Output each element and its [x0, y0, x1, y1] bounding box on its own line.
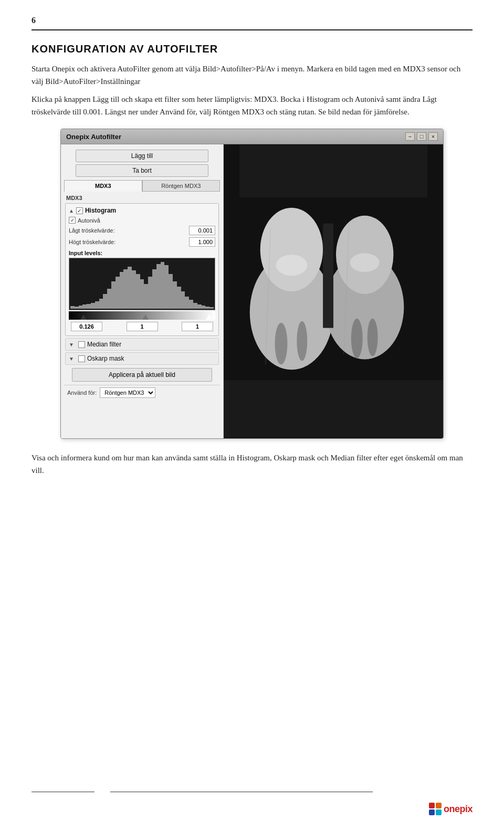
- footnote-lines: [32, 792, 472, 794]
- svg-rect-15: [224, 380, 443, 437]
- oskarp-checkbox[interactable]: [78, 355, 85, 362]
- histogram-group: ▲ Histogram Autonivå Lågt tröskelvärde:: [65, 203, 219, 336]
- autoniva-label: Autonivå: [78, 217, 100, 224]
- left-panel: Lägg till Ta bort MDX3 Röntgen MDX3 MDX3…: [61, 144, 224, 438]
- paragraph-2: Klicka på knappen Lägg till och skapa et…: [32, 93, 472, 118]
- gradient-slider: [69, 311, 215, 320]
- app-titlebar: Onepix Autofilter − □ ×: [61, 129, 443, 144]
- anvand-row: Använd för: Röntgen MDX3: [64, 385, 220, 400]
- xray-svg: [224, 144, 443, 438]
- lagg-till-button[interactable]: Lägg till: [76, 150, 208, 162]
- input-levels-label: Input levels:: [69, 250, 215, 256]
- xray-image-panel: [224, 144, 443, 438]
- tab-rontgen[interactable]: Röntgen MDX3: [142, 180, 220, 192]
- values-row: [69, 321, 215, 332]
- logo-text-post: pix: [459, 804, 472, 814]
- autoniva-checkbox[interactable]: [69, 217, 76, 224]
- logo-sq-blue: [429, 809, 435, 815]
- tab-mdx3[interactable]: MDX3: [64, 180, 142, 192]
- logo-sq-orange: [436, 803, 442, 808]
- minimize-button[interactable]: −: [405, 132, 415, 141]
- app-window: Onepix Autofilter − □ × Lägg till Ta bor…: [60, 129, 444, 439]
- svg-rect-10: [323, 224, 333, 328]
- svg-point-9: [368, 319, 378, 356]
- histogram-bars: [69, 258, 215, 310]
- anvand-select[interactable]: Röntgen MDX3: [100, 387, 155, 398]
- onepix-logo: onepix: [429, 803, 472, 815]
- apply-button[interactable]: Applicera på aktuell bild: [72, 368, 212, 382]
- hog-threshold-label: Högt tröskelvärde:: [69, 239, 189, 245]
- median-filter-label: Median filter: [87, 341, 121, 348]
- footnote-short: [32, 792, 94, 794]
- lag-threshold-input[interactable]: [189, 226, 215, 235]
- footer: onepix: [32, 792, 472, 815]
- oskarp-collapse-icon[interactable]: ▼: [69, 356, 74, 362]
- logo-sq-cyan: [436, 809, 442, 815]
- slider-handle-mid[interactable]: [142, 314, 149, 320]
- ta-bort-button[interactable]: Ta bort: [76, 164, 208, 177]
- logo-sq-red: [429, 803, 435, 808]
- histogram-header: ▲ Histogram: [69, 207, 215, 214]
- lag-threshold-label: Lågt tröskelvärde:: [69, 227, 189, 234]
- hog-threshold-input[interactable]: [189, 237, 215, 247]
- svg-point-8: [351, 319, 363, 359]
- tab-row: MDX3 Röntgen MDX3: [64, 180, 220, 192]
- maximize-button[interactable]: □: [417, 132, 426, 141]
- median-filter-row: ▼ Median filter: [65, 338, 219, 351]
- top-rule: [32, 29, 472, 30]
- svg-rect-1: [224, 145, 443, 197]
- lag-threshold-row: Lågt tröskelvärde:: [69, 226, 215, 235]
- footnote-long: [110, 792, 373, 794]
- oskarp-mask-row: ▼ Oskarp mask: [65, 352, 219, 365]
- oskarp-label: Oskarp mask: [87, 355, 124, 362]
- mdx3-section-label: MDX3: [66, 195, 218, 201]
- logo-text-pre: one: [444, 804, 460, 814]
- value-input-3[interactable]: [182, 322, 213, 331]
- section-heading: Konfiguration av Autofilter: [32, 43, 472, 55]
- app-title: Onepix Autofilter: [66, 133, 121, 141]
- logo-text: onepix: [444, 804, 472, 815]
- slider-handle-left[interactable]: [80, 314, 87, 320]
- page-number: 6: [32, 16, 472, 25]
- median-checkbox[interactable]: [78, 341, 85, 348]
- titlebar-controls: − □ ×: [405, 132, 438, 141]
- svg-point-4: [275, 323, 288, 365]
- svg-point-5: [297, 321, 307, 361]
- collapse-arrow-icon[interactable]: ▲: [69, 208, 74, 214]
- autoniva-row: Autonivå: [69, 217, 215, 224]
- slider-handle-right[interactable]: [206, 314, 212, 320]
- histogram-canvas: [69, 258, 215, 310]
- svg-point-14: [350, 253, 380, 272]
- histogram-checkbox[interactable]: [76, 207, 83, 214]
- logo-squares: [429, 803, 442, 815]
- footer-bottom: onepix: [32, 800, 472, 815]
- histogram-label: Histogram: [85, 207, 116, 214]
- app-body: Lägg till Ta bort MDX3 Röntgen MDX3 MDX3…: [61, 144, 443, 438]
- bottom-paragraph: Visa och informera kund om hur man kan a…: [32, 451, 472, 477]
- hog-threshold-row: Högt tröskelvärde:: [69, 237, 215, 247]
- paragraph-1: Starta Onepix och aktivera AutoFilter ge…: [32, 62, 472, 88]
- value-input-2[interactable]: [127, 322, 158, 331]
- svg-point-13: [276, 255, 308, 276]
- histogram-checkbox-item: Histogram: [76, 207, 116, 214]
- median-collapse-icon[interactable]: ▼: [69, 342, 74, 348]
- close-button[interactable]: ×: [428, 132, 438, 141]
- anvand-label: Använd för:: [67, 390, 97, 396]
- value-input-1[interactable]: [71, 322, 102, 331]
